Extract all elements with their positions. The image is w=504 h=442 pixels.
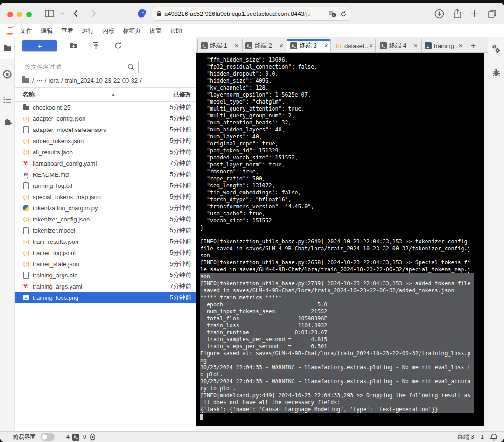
column-header-modified[interactable]: 已修改: [119, 90, 196, 99]
file-row[interactable]: special_tokens_map.json 5分钟前: [15, 191, 196, 202]
evernote-extension-icon[interactable]: [136, 8, 147, 19]
simple-ui-toggle[interactable]: [41, 433, 55, 441]
close-tab-icon[interactable]: ×: [458, 42, 462, 49]
minimize-window-button[interactable]: [17, 12, 22, 17]
filter-files-input[interactable]: 按文件名过滤: [21, 61, 139, 73]
kernel-count-group[interactable]: 0: [83, 434, 96, 441]
breadcrumb-separator: /: [45, 77, 47, 84]
dock-tab[interactable]: dataset… ×: [332, 39, 376, 52]
file-name: training_args.yaml: [33, 283, 82, 290]
zoom-window-button[interactable]: [26, 12, 32, 17]
home-folder-icon[interactable]: [22, 78, 29, 83]
terminal-line: it does not have all the necessary field…: [200, 399, 474, 406]
terminal-line: "use_cache": true,: [200, 210, 484, 217]
file-row[interactable]: adapter_model.safetensors 5分钟前: [15, 124, 196, 135]
menu-item[interactable]: 查看: [57, 24, 77, 37]
tab-label: 终端 2: [255, 41, 279, 50]
translate-icon[interactable]: A文: [329, 11, 336, 17]
menu-item[interactable]: 标签页: [119, 24, 145, 37]
table-of-contents-icon: [3, 96, 12, 103]
menu-bar: 文件编辑查看运行内核标签页设置帮助: [0, 24, 504, 37]
back-icon[interactable]: [73, 10, 78, 17]
file-row[interactable]: README.md 5分钟前: [15, 169, 196, 180]
menu-item[interactable]: 运行: [77, 24, 98, 37]
close-tab-icon[interactable]: ×: [234, 42, 238, 49]
terminal-output[interactable]: "ffn_hidden_size": 13696, "fp32_residual…: [196, 53, 484, 426]
sidebar-item-file-browser[interactable]: [0, 37, 14, 59]
dock-tab[interactable]: 终端 4 ×: [377, 39, 420, 52]
menu-item[interactable]: 编辑: [36, 24, 57, 37]
terminal-line: o plot.: [200, 371, 474, 378]
refresh-icon[interactable]: [114, 42, 122, 50]
terminal-line: "multi_query_group_num": 2,: [200, 112, 484, 119]
upload-icon[interactable]: [92, 42, 100, 50]
markdown-file-icon: [22, 171, 30, 178]
folder-file-icon: [22, 104, 30, 111]
close-tab-icon[interactable]: ×: [368, 42, 373, 49]
new-launcher-button[interactable]: +: [22, 40, 57, 51]
column-header-name[interactable]: 名称 ▲: [15, 88, 119, 101]
dock-tab[interactable]: 终端 3 ×: [287, 39, 331, 52]
menu-item[interactable]: 设置: [145, 24, 166, 37]
address-bar[interactable]: a498216-ac52-926fa9cb.cqa1.seetacloud.co…: [152, 7, 351, 21]
notification-count: 1: [481, 434, 484, 440]
file-modified-time: 5分钟前: [170, 170, 196, 179]
dock-tab[interactable]: training… ×: [421, 39, 465, 52]
terminal-scrollbar[interactable]: [484, 53, 488, 431]
sidebar-item-table-of-contents[interactable]: [0, 89, 14, 110]
menu-item[interactable]: 内核: [98, 24, 119, 37]
file-row[interactable]: training_args.yaml 7分钟前: [15, 281, 196, 292]
dock-tab[interactable]: 终端 1 ×: [197, 39, 241, 52]
breadcrumb-item[interactable]: lora: [49, 77, 59, 84]
forward-icon[interactable]: [91, 10, 96, 17]
terminal-count-group[interactable]: 4: [66, 434, 79, 441]
file-row[interactable]: trainer_state.json 5分钟前: [15, 258, 196, 269]
file-name: tokenization_chatglm.py: [33, 205, 98, 212]
new-tab-icon[interactable]: [470, 10, 478, 18]
file-row[interactable]: llamaboard_config.yaml 7分钟前: [15, 158, 196, 169]
file-row[interactable]: adapter_config.json 5分钟前: [15, 113, 196, 124]
new-folder-icon[interactable]: [70, 42, 77, 50]
file-row[interactable]: tokenizer_config.json 5分钟前: [15, 214, 196, 225]
sidebar-toggle-icon[interactable]: [45, 10, 54, 17]
tabs-overview-icon[interactable]: [487, 9, 497, 18]
property-inspector-icon[interactable]: [491, 44, 501, 54]
status-bar: 简易界面 4 0 终端 3 1: [0, 431, 504, 442]
add-tab-button[interactable]: +: [466, 39, 480, 52]
file-row[interactable]: all_results.json 5分钟前: [15, 146, 196, 158]
breadcrumb-item[interactable]: train_2024-10-23-22-00-32: [65, 77, 138, 84]
menu-item[interactable]: 帮助: [166, 24, 186, 37]
file-file-icon: [22, 227, 30, 234]
debugger-icon[interactable]: [492, 68, 500, 77]
reload-icon[interactable]: [340, 11, 347, 17]
close-tab-icon[interactable]: ×: [323, 42, 328, 49]
dock-tab[interactable]: 终端 2 ×: [242, 39, 286, 52]
file-row[interactable]: trainer_log.jsonl 5分钟前: [15, 247, 196, 258]
close-window-button[interactable]: [7, 12, 13, 17]
file-row[interactable]: checkpoint-25 5分钟前: [15, 102, 196, 113]
terminal-line: le saved in saves/GLM-4-9B-Chat/lora/tra…: [200, 266, 484, 273]
breadcrumb-separator: /: [140, 77, 142, 84]
file-row[interactable]: added_tokens.json 5分钟前: [15, 135, 196, 146]
file-row[interactable]: tokenization_chatglm.py 5分钟前: [15, 202, 196, 214]
breadcrumb-item[interactable]: ⋯: [36, 77, 42, 84]
file-row[interactable]: tokenizer.model 5分钟前: [15, 225, 196, 236]
chevron-down-icon[interactable]: [60, 12, 64, 15]
image-file-icon: [22, 294, 30, 301]
file-row[interactable]: training_args.bin 5分钟前: [15, 269, 196, 281]
terminal-line: "padded_vocab_size": 151552,: [200, 154, 484, 161]
download-icon[interactable]: [434, 9, 444, 19]
bell-icon[interactable]: [490, 433, 497, 441]
file-modified-time: 5分钟前: [170, 181, 196, 190]
menu-item[interactable]: 文件: [16, 24, 36, 37]
file-row[interactable]: training_loss.png 5分钟前: [15, 292, 196, 303]
json-icon: [335, 42, 342, 49]
file-row[interactable]: train_results.json 5分钟前: [15, 236, 196, 247]
sidebar-item-running-sessions[interactable]: [0, 63, 14, 85]
sidebar-item-extensions[interactable]: [0, 111, 14, 132]
file-name: all_results.json: [33, 149, 73, 156]
share-icon[interactable]: [453, 8, 462, 19]
close-tab-icon[interactable]: ×: [279, 42, 283, 49]
close-tab-icon[interactable]: ×: [413, 42, 418, 49]
file-row[interactable]: running_log.txt 5分钟前: [15, 180, 196, 191]
